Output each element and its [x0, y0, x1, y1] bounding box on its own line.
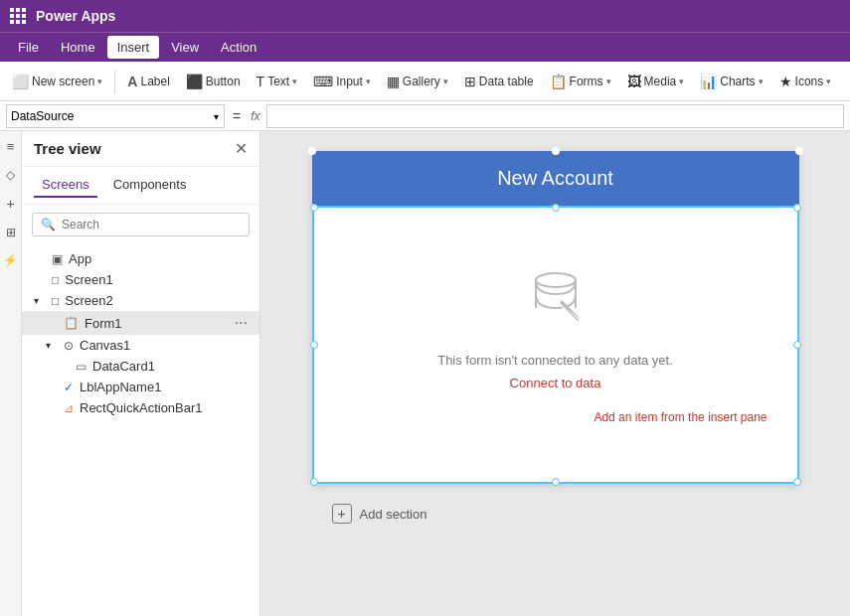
- sel-handle-bl[interactable]: [310, 478, 318, 486]
- add-section-plus-icon: +: [332, 504, 352, 524]
- tree-search-container: 🔍: [32, 213, 250, 236]
- form1-more-button[interactable]: ···: [235, 314, 248, 332]
- app-icon: ▣: [52, 252, 63, 266]
- tree-item-screen1[interactable]: □ Screen1: [22, 269, 259, 290]
- search-icon: 🔍: [41, 218, 56, 231]
- sel-handle-tr[interactable]: [793, 204, 801, 212]
- tree-header: Tree view ✕: [22, 131, 259, 167]
- tree-item-form1[interactable]: 📋 Form1 ···: [22, 311, 259, 335]
- sel-handle-tm[interactable]: [552, 204, 560, 212]
- sidebar-menu-icon[interactable]: ≡: [7, 139, 15, 154]
- svg-rect-6: [10, 20, 14, 24]
- svg-rect-8: [22, 20, 26, 24]
- sidebar-grid-icon[interactable]: ⊞: [6, 226, 16, 239]
- datasource-select[interactable]: DataSource: [6, 104, 225, 128]
- gallery-icon: ▦: [387, 74, 400, 89]
- button-button[interactable]: ⬛ Button: [180, 70, 247, 93]
- connect-to-data-link[interactable]: Connect to data: [510, 376, 601, 390]
- gallery-caret: ▾: [443, 77, 448, 86]
- datacard1-icon: ▭: [76, 360, 86, 374]
- charts-icon: 📊: [700, 74, 717, 89]
- forms-button[interactable]: 📋 Forms ▾: [544, 70, 617, 93]
- input-caret: ▾: [366, 77, 371, 86]
- canvas1-icon: ⊙: [64, 339, 74, 353]
- gallery-button[interactable]: ▦ Gallery ▾: [381, 70, 454, 93]
- no-data-icon: [526, 266, 586, 337]
- svg-rect-2: [22, 8, 26, 12]
- tree-panel: Tree view ✕ Screens Components 🔍 ▣ App □…: [22, 131, 260, 616]
- tree-item-lblappname1[interactable]: ✓ LblAppName1: [22, 377, 259, 397]
- title-bar: Power Apps: [0, 0, 850, 32]
- tab-screens[interactable]: Screens: [34, 173, 97, 198]
- tree-content: ▣ App □ Screen1 ▾ □ Screen2 📋 Form1 ···: [22, 244, 259, 616]
- charts-caret: ▾: [759, 77, 764, 86]
- expand-screen2: ▾: [34, 295, 46, 306]
- label-icon: A: [127, 74, 137, 89]
- label-button[interactable]: A Label: [121, 70, 176, 93]
- tab-components[interactable]: Components: [105, 173, 195, 198]
- icons-caret: ▾: [826, 77, 831, 86]
- add-section-button[interactable]: + Add section: [312, 492, 799, 536]
- app-title: Power Apps: [36, 8, 115, 24]
- tree-view-title: Tree view: [34, 140, 101, 157]
- svg-rect-4: [16, 14, 20, 18]
- screen1-icon: □: [52, 273, 59, 287]
- forms-icon: 📋: [550, 74, 567, 89]
- tree-close-button[interactable]: ✕: [235, 139, 248, 158]
- data-table-button[interactable]: ⊞ Data table: [458, 70, 540, 93]
- icons-icon: ★: [779, 74, 792, 89]
- menu-home[interactable]: Home: [51, 36, 105, 59]
- rectquickactionbar1-icon: ⊿: [64, 401, 74, 415]
- search-input[interactable]: [62, 218, 241, 231]
- menu-insert[interactable]: Insert: [107, 36, 160, 59]
- menu-action[interactable]: Action: [211, 36, 266, 59]
- button-icon: ⬛: [186, 74, 203, 89]
- handle-tm[interactable]: [552, 147, 560, 155]
- svg-rect-5: [22, 14, 26, 18]
- formula-bar: DataSource ▾ = fx: [0, 101, 850, 131]
- formula-input[interactable]: [266, 104, 844, 128]
- input-button[interactable]: ⌨ Input ▾: [307, 70, 377, 93]
- sel-handle-bm[interactable]: [552, 478, 560, 486]
- menu-file[interactable]: File: [8, 36, 49, 59]
- tree-item-rectquickactionbar1[interactable]: ⊿ RectQuickActionBar1: [22, 397, 259, 418]
- media-icon: 🖼: [627, 74, 641, 89]
- canvas-area[interactable]: New Account: [260, 131, 850, 616]
- form-title-text: New Account: [497, 167, 613, 189]
- data-table-icon: ⊞: [464, 74, 476, 89]
- svg-rect-1: [16, 8, 20, 12]
- screen2-icon: □: [52, 294, 59, 308]
- sel-handle-tl[interactable]: [310, 204, 318, 212]
- new-screen-button[interactable]: ⬜ New screen ▾: [6, 70, 108, 93]
- sidebar-bolt-icon[interactable]: ⚡: [3, 253, 18, 267]
- toolbar-divider-1: [114, 70, 115, 93]
- svg-rect-3: [10, 14, 14, 18]
- new-screen-icon: ⬜: [12, 74, 29, 89]
- tree-item-screen2[interactable]: ▾ □ Screen2: [22, 290, 259, 311]
- add-section-label: Add section: [360, 507, 427, 522]
- lblappname1-icon: ✓: [64, 381, 74, 394]
- tree-item-datacard1[interactable]: ▭ DataCard1: [22, 356, 259, 377]
- svg-point-9: [536, 273, 576, 287]
- sidebar-diamond-icon[interactable]: ◇: [6, 168, 15, 182]
- handle-tl[interactable]: [308, 147, 316, 155]
- media-caret: ▾: [679, 77, 684, 86]
- sel-handle-mr[interactable]: [793, 341, 801, 349]
- sidebar-add-icon[interactable]: +: [6, 196, 14, 212]
- forms-caret: ▾: [606, 77, 611, 86]
- menu-view[interactable]: View: [161, 36, 209, 59]
- text-button[interactable]: T Text ▾: [251, 70, 304, 93]
- text-caret: ▾: [292, 77, 297, 86]
- sel-handle-br[interactable]: [793, 478, 801, 486]
- handle-tr[interactable]: [795, 147, 803, 155]
- app-grid-icon[interactable]: [8, 6, 28, 26]
- no-data-message: This form isn't connected to any data ye…: [437, 353, 673, 368]
- sel-handle-ml[interactable]: [310, 341, 318, 349]
- new-screen-caret: ▾: [97, 77, 102, 86]
- tree-item-canvas1[interactable]: ▾ ⊙ Canvas1: [22, 335, 259, 356]
- charts-button[interactable]: 📊 Charts ▾: [694, 70, 768, 93]
- media-button[interactable]: 🖼 Media ▾: [621, 70, 691, 93]
- svg-rect-7: [16, 20, 20, 24]
- icons-button[interactable]: ★ Icons ▾: [773, 70, 838, 93]
- tree-item-app[interactable]: ▣ App: [22, 248, 259, 269]
